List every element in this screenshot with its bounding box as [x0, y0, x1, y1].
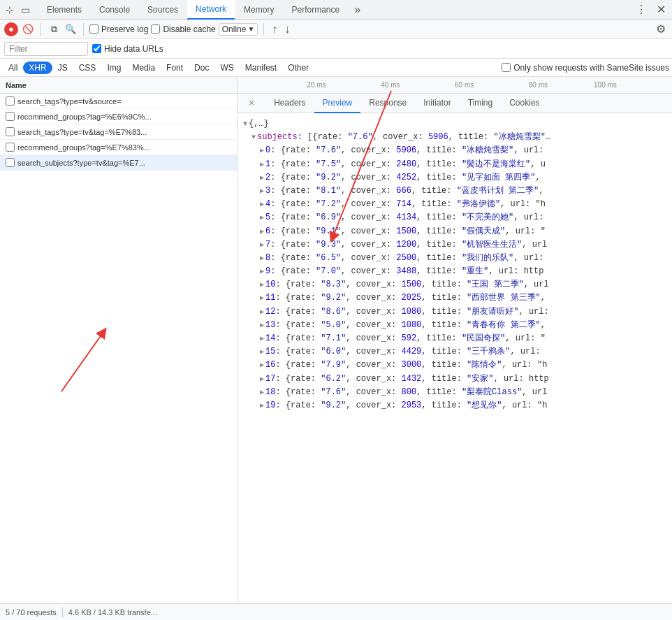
tab-console[interactable]: Console: [91, 0, 139, 20]
name-column-header: Name: [0, 77, 238, 93]
detail-tab-headers[interactable]: Headers: [265, 94, 314, 113]
item-14-expand[interactable]: ▶: [260, 333, 264, 345]
type-btn-img[interactable]: Img: [101, 62, 126, 74]
json-subjects-line: ▼ subjects : [{rate: "7.6" , cover_x: 59…: [243, 131, 666, 144]
type-btn-other[interactable]: Other: [282, 62, 314, 74]
cursor-icon[interactable]: ⊹: [3, 3, 17, 17]
type-btn-doc[interactable]: Doc: [189, 62, 214, 74]
toolbar-separator-1: [41, 23, 41, 36]
json-item-10: ▶ 10 : {rate: "8.3" , cover_x: 1500 , ti…: [243, 278, 666, 291]
type-btn-xhr[interactable]: XHR: [23, 62, 52, 74]
request-checkbox-2[interactable]: [6, 127, 15, 136]
json-item-3: ▶ 3 : {rate: "8.1" , cover_x: 666 , titl…: [243, 185, 666, 198]
item-16-expand[interactable]: ▶: [260, 360, 264, 371]
toolbar-separator-3: [263, 23, 264, 36]
network-settings-icon[interactable]: ⚙: [654, 22, 668, 36]
item-15-expand[interactable]: ▶: [260, 347, 264, 358]
json-preview[interactable]: ▼ {,…} ▼ subjects : [{rate: "7.6" , cove…: [238, 113, 672, 603]
type-btn-css[interactable]: CSS: [73, 62, 102, 74]
item-7-expand[interactable]: ▶: [260, 240, 264, 251]
item-4-expand[interactable]: ▶: [260, 199, 264, 210]
request-item-4[interactable]: search_subjects?type=tv&tag=%E7...: [0, 155, 237, 171]
disable-cache-label[interactable]: Disable cache: [151, 24, 215, 34]
request-name-3: recommend_groups?tag=%E7%83%...: [17, 143, 231, 152]
detail-tab-cookies[interactable]: Cookies: [501, 94, 548, 113]
type-btn-all[interactable]: All: [3, 62, 23, 74]
export-har-icon[interactable]: ↓: [282, 23, 292, 36]
request-item-1[interactable]: recommend_groups?tag=%E6%9C%...: [0, 109, 237, 124]
item-6-expand[interactable]: ▶: [260, 226, 264, 238]
type-btn-font[interactable]: Font: [161, 62, 189, 74]
status-bar-separator: [62, 607, 63, 617]
item-10-expand[interactable]: ▶: [260, 280, 264, 291]
item-9-expand[interactable]: ▶: [260, 266, 264, 277]
preserve-log-checkbox[interactable]: [89, 24, 98, 34]
request-checkbox-0[interactable]: [6, 96, 15, 106]
item-8-expand[interactable]: ▶: [260, 253, 264, 264]
subjects-expand-arrow[interactable]: ▼: [251, 132, 256, 143]
close-detail-button[interactable]: ×: [240, 94, 263, 113]
throttle-select[interactable]: Online ▼: [219, 23, 258, 36]
main-content: search_tags?type=tv&source= recommend_gr…: [0, 94, 672, 603]
hide-data-urls-checkbox[interactable]: [92, 44, 101, 53]
filter-input[interactable]: [4, 42, 88, 56]
device-icon[interactable]: ▭: [18, 3, 33, 17]
throttle-dropdown-arrow[interactable]: ▼: [247, 25, 254, 33]
item-1-expand[interactable]: ▶: [260, 159, 264, 171]
close-icon[interactable]: ✕: [653, 1, 669, 17]
tab-network[interactable]: Network: [187, 0, 235, 20]
item-13-expand[interactable]: ▶: [260, 320, 264, 331]
type-btn-js[interactable]: JS: [52, 62, 73, 74]
filter-icon[interactable]: ⧉: [47, 22, 61, 36]
request-name-4: search_subjects?type=tv&tag=%E7...: [17, 159, 231, 167]
request-item-0[interactable]: search_tags?type=tv&source=: [0, 94, 237, 109]
json-item-16: ▶ 16 : {rate: "7.9" , cover_x: 3000 , ti…: [243, 359, 666, 372]
item-2-expand[interactable]: ▶: [260, 173, 264, 184]
tab-memory[interactable]: Memory: [235, 0, 283, 20]
more-tabs-icon[interactable]: »: [350, 3, 365, 16]
tab-sources[interactable]: Sources: [139, 0, 187, 20]
root-expand-arrow[interactable]: ▼: [243, 119, 247, 130]
import-har-icon[interactable]: ↑: [270, 23, 279, 36]
disable-cache-checkbox[interactable]: [151, 24, 160, 34]
json-item-4: ▶ 4 : {rate: "7.2" , cover_x: 714 , titl…: [243, 198, 666, 211]
item-12-expand[interactable]: ▶: [260, 307, 264, 318]
type-filter-bar: All XHR JS CSS Img Media Font Doc WS Man…: [0, 59, 672, 77]
tab-performance[interactable]: Performance: [283, 0, 349, 20]
same-site-checkbox[interactable]: [502, 63, 511, 72]
item-11-expand[interactable]: ▶: [260, 293, 264, 304]
timeline-column: 20 ms 40 ms 60 ms 80 ms 100 ms: [238, 77, 672, 93]
item-3-expand[interactable]: ▶: [260, 186, 264, 197]
request-checkbox-1[interactable]: [6, 112, 15, 121]
item-19-expand[interactable]: ▶: [260, 401, 264, 412]
item-5-expand[interactable]: ▶: [260, 212, 264, 224]
detail-tab-preview[interactable]: Preview: [314, 94, 361, 113]
settings-icon[interactable]: ⋮: [632, 1, 650, 17]
json-item-13: ▶ 13 : {rate: "5.0" , cover_x: 1080 , ti…: [243, 319, 666, 332]
type-btn-ws[interactable]: WS: [214, 62, 239, 74]
item-0-expand[interactable]: ▶: [260, 145, 264, 157]
action-icons: ⋮ ✕: [632, 1, 669, 17]
detail-tab-response[interactable]: Response: [360, 94, 415, 113]
request-item-2[interactable]: search_tags?type=tv&tag=%E7%83...: [0, 124, 237, 140]
request-item-3[interactable]: recommend_groups?tag=%E7%83%...: [0, 140, 237, 155]
search-icon[interactable]: 🔍: [64, 22, 78, 36]
detail-tab-timing[interactable]: Timing: [460, 94, 502, 113]
tab-bar: ⊹ ▭ Elements Console Sources Network Mem…: [0, 0, 672, 20]
item-17-expand[interactable]: ▶: [260, 374, 264, 385]
json-item-5: ▶ 5 : {rate: "6.9" , cover_x: 4134 , tit…: [243, 211, 666, 224]
type-btn-manifest[interactable]: Manifest: [240, 62, 282, 74]
preserve-log-label[interactable]: Preserve log: [89, 24, 148, 34]
detail-tabs: × Headers Preview Response Initiator Tim…: [238, 94, 672, 113]
detail-tab-initiator[interactable]: Initiator: [415, 94, 459, 113]
type-btn-media[interactable]: Media: [126, 62, 161, 74]
record-stop-button[interactable]: ●: [4, 22, 18, 36]
hide-data-urls-label[interactable]: Hide data URLs: [92, 44, 163, 54]
request-checkbox-3[interactable]: [6, 143, 15, 152]
request-checkbox-4[interactable]: [6, 158, 15, 167]
clear-button[interactable]: 🚫: [21, 22, 35, 36]
transfer-size: 4.6 KB / 14.3 KB transfe...: [68, 608, 157, 617]
same-site-label[interactable]: Only show requests with SameSite issues: [502, 63, 669, 73]
tab-elements[interactable]: Elements: [38, 0, 91, 20]
item-18-expand[interactable]: ▶: [260, 387, 264, 398]
